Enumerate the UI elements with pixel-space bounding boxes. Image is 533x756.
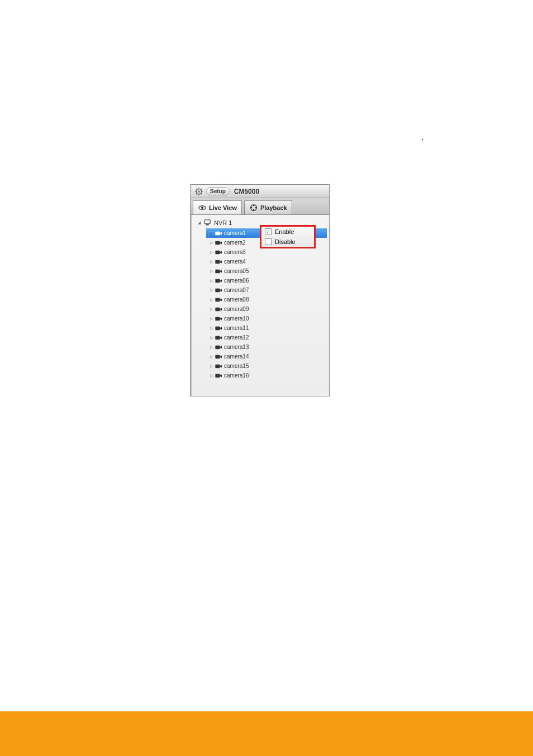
camera-label: camera10	[224, 315, 249, 322]
camera-label: camera06	[224, 277, 249, 284]
svg-rect-26	[215, 374, 220, 377]
camera-item[interactable]: ▷camera08	[206, 295, 327, 304]
svg-rect-21	[215, 326, 220, 330]
svg-rect-24	[215, 355, 220, 358]
camera-icon	[215, 372, 223, 379]
camera-item[interactable]: ▷camera11	[206, 323, 327, 333]
svg-point-8	[253, 209, 255, 211]
expand-icon[interactable]: ▷	[208, 363, 214, 369]
camera-label: camera3	[224, 249, 246, 255]
camera-icon	[215, 315, 223, 322]
camera-label: camera2	[224, 240, 246, 246]
expand-icon[interactable]: ▷	[208, 278, 214, 284]
tab-live-view[interactable]: Live View	[193, 200, 242, 214]
expand-icon[interactable]: ▷	[208, 288, 214, 293]
tab-playback[interactable]: Playback	[244, 200, 292, 214]
svg-rect-17	[215, 288, 220, 292]
device-tree: ◢ NVR 1 ▷camera1▷camera2▷camera3▷camera4…	[191, 215, 329, 396]
film-reel-icon	[249, 203, 258, 212]
camera-item[interactable]: ▷camera13	[206, 342, 327, 352]
camera-label: camera15	[224, 363, 249, 369]
camera-item[interactable]: ▷camera15	[206, 361, 327, 371]
gear-icon	[194, 186, 204, 197]
svg-rect-11	[215, 231, 220, 235]
svg-point-7	[255, 207, 257, 209]
eye-icon	[198, 203, 207, 212]
camera-icon	[215, 363, 223, 370]
camera-icon	[215, 306, 223, 313]
camera-label: camera16	[224, 372, 249, 379]
camera-label: camera07	[224, 287, 249, 293]
menu-item-enable[interactable]: ✓ Enable	[261, 227, 314, 237]
app-title: CM5000	[234, 188, 259, 195]
tab-playback-label: Playback	[260, 204, 287, 211]
camera-label: camera09	[224, 306, 249, 312]
collapse-icon[interactable]: ◢	[196, 220, 202, 226]
svg-rect-15	[215, 269, 220, 273]
setup-button[interactable]: Setup	[206, 187, 230, 195]
context-menu: ✓ Enable Disable	[260, 225, 316, 248]
camera-item[interactable]: ▷camera3	[206, 247, 327, 257]
camera-icon	[215, 334, 223, 341]
camera-icon	[215, 249, 223, 256]
svg-rect-23	[215, 345, 220, 349]
expand-icon[interactable]: ▷	[208, 354, 214, 360]
camera-icon	[215, 344, 223, 351]
expand-icon[interactable]: ▷	[208, 231, 214, 236]
svg-rect-18	[215, 298, 220, 302]
menu-item-disable[interactable]: Disable	[261, 237, 314, 247]
expand-icon[interactable]: ▷	[208, 297, 214, 303]
camera-label: camera05	[224, 268, 249, 274]
checkbox-checked-icon: ✓	[265, 228, 272, 235]
camera-item[interactable]: ▷camera07	[206, 285, 327, 295]
camera-item[interactable]: ▷camera05	[206, 266, 327, 276]
camera-icon	[215, 296, 223, 303]
camera-icon	[215, 259, 223, 265]
camera-item[interactable]: ▷camera12	[206, 333, 327, 342]
svg-rect-14	[215, 260, 220, 264]
expand-icon[interactable]: ▷	[208, 269, 214, 274]
camera-label: camera08	[224, 296, 249, 303]
svg-rect-19	[215, 307, 220, 311]
camera-item[interactable]: ▷camera10	[206, 314, 327, 323]
svg-rect-12	[215, 241, 220, 245]
svg-rect-13	[215, 250, 220, 254]
camera-label: camera14	[224, 353, 249, 360]
expand-icon[interactable]: ▷	[208, 259, 214, 265]
camera-item[interactable]: ▷camera4	[206, 257, 327, 266]
tabs-container: Live View Playback	[191, 198, 329, 215]
expand-icon[interactable]: ▷	[208, 373, 214, 379]
title-bar: Setup CM5000	[191, 185, 329, 198]
expand-icon[interactable]: ▷	[208, 344, 214, 350]
svg-rect-22	[215, 336, 220, 339]
camera-icon	[215, 287, 223, 294]
expand-icon[interactable]: ▷	[208, 307, 214, 312]
camera-icon	[215, 268, 223, 275]
expand-icon[interactable]: ▷	[208, 250, 214, 255]
svg-point-1	[198, 190, 200, 193]
camera-item[interactable]: ▷camera06	[206, 276, 327, 285]
expand-icon[interactable]: ▷	[208, 240, 214, 246]
footer-bar	[0, 711, 533, 756]
camera-icon	[215, 240, 223, 246]
expand-icon[interactable]: ▷	[208, 326, 214, 331]
camera-icon	[215, 325, 223, 332]
camera-item[interactable]: ▷camera14	[206, 352, 327, 361]
app-window: Setup CM5000 Live View Playback ◢ NVR 1 …	[190, 184, 330, 396]
expand-icon[interactable]: ▷	[208, 335, 214, 341]
svg-point-6	[251, 207, 253, 209]
svg-rect-20	[215, 317, 220, 320]
camera-label: camera13	[224, 344, 249, 350]
camera-item[interactable]: ▷camera16	[206, 371, 327, 380]
camera-label: camera11	[224, 325, 249, 331]
tab-live-view-label: Live View	[209, 204, 237, 211]
svg-rect-16	[215, 279, 220, 283]
svg-point-3	[201, 207, 203, 209]
svg-rect-10	[206, 224, 209, 226]
expand-icon[interactable]: ▷	[208, 316, 214, 322]
menu-item-disable-label: Disable	[275, 238, 296, 245]
camera-icon	[215, 230, 223, 237]
tree-root-label: NVR 1	[214, 219, 232, 226]
camera-item[interactable]: ▷camera09	[206, 304, 327, 314]
stray-text: ,	[422, 134, 423, 141]
